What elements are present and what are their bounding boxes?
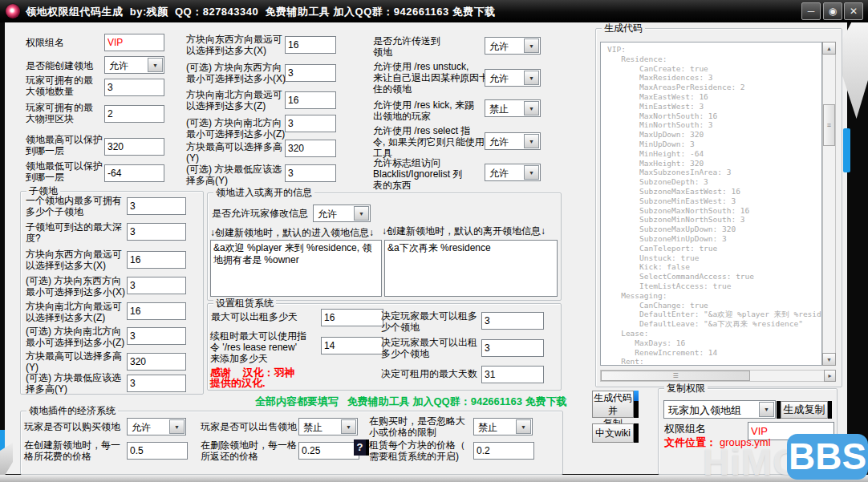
scroll-down-icon[interactable]: ▼ xyxy=(822,353,836,366)
generated-code-textarea[interactable]: VIP: Residence: CanCreate: true MaxResid… xyxy=(600,42,822,366)
itemlist-access-value: 允许 xyxy=(489,167,509,180)
itemlist-access-label: 允许标志组访问 Blacklist/Ignorelist 列 表的东西 xyxy=(373,157,462,191)
chevron-down-icon[interactable]: ▼ xyxy=(524,38,539,53)
refund-rate-input[interactable] xyxy=(298,442,359,460)
ignore-limits-label: 在购买时，是否忽略大 小或价格的限制 xyxy=(369,415,465,438)
group-name-input[interactable] xyxy=(104,34,164,51)
kick-select[interactable]: 禁止 ▼ xyxy=(485,99,541,117)
renew-increment-label: 续租时最大可以使用指 令 '/res lease renew' 来添加多少天 xyxy=(210,330,306,364)
max-physical-label: 玩家可拥有的最 大物理区块 xyxy=(26,102,93,124)
scroll-up-icon[interactable]: ▲ xyxy=(822,42,836,55)
code-vscroll-thumb[interactable]: ≡ xyxy=(823,104,835,146)
chevron-down-icon[interactable]: ▼ xyxy=(341,419,356,434)
max-days-input[interactable] xyxy=(321,309,383,326)
creation-cost-input[interactable] xyxy=(127,442,188,460)
can-sell-select[interactable]: 禁止 ▼ xyxy=(298,418,358,435)
enter-message-textarea[interactable]: &a欢迎 %player 来到 %residence, 领地拥有者是 %owne… xyxy=(210,240,382,297)
min-up-down-label: (可选) 方块最低应该选 择多高(Y) xyxy=(186,164,282,186)
watermark-bbs: BBS xyxy=(787,434,868,480)
can-create-label: 是否能创建领地 xyxy=(26,60,93,71)
code-hscroll-thumb[interactable]: ☰ xyxy=(601,371,750,381)
close-button[interactable]: ✕ xyxy=(844,2,863,20)
subzone-depth-input[interactable] xyxy=(127,223,186,241)
subzone-max-up-down-input[interactable] xyxy=(127,353,186,371)
can-buy-select[interactable]: 允许 ▼ xyxy=(127,418,186,435)
max-rentables-input[interactable] xyxy=(481,339,544,357)
renew-increment-input[interactable] xyxy=(321,337,383,354)
max-east-west-label: 方块向东西方向最远可 以选择到达多大(X) xyxy=(186,34,282,56)
chevron-down-icon[interactable]: ▼ xyxy=(148,58,163,72)
app-icon xyxy=(6,4,20,18)
unstuck-value: 允许 xyxy=(489,72,509,86)
copy-mode-select[interactable]: 玩家加入领地组 ▼ xyxy=(663,400,776,419)
unstuck-label: 允许使用 /res unstuck, 来让自己退出因某种原因卡 住的领地 xyxy=(373,61,489,95)
subzone-max-north-south-input[interactable] xyxy=(127,302,186,320)
itemlist-access-select[interactable]: 允许 ▼ xyxy=(485,164,541,181)
select-command-label: 允许使用 /res select 指 令, 如果关闭它则只能使用 工具 xyxy=(373,125,485,159)
min-up-down-input[interactable] xyxy=(285,164,336,182)
ignore-limits-value: 禁止 xyxy=(478,421,497,435)
can-teleport-select[interactable]: 允许 ▼ xyxy=(485,37,541,55)
can-create-select[interactable]: 允许 ▼ xyxy=(104,56,164,74)
min-north-south-input[interactable] xyxy=(285,115,336,132)
subzone-min-up-down-input[interactable] xyxy=(127,375,186,392)
min-protect-input[interactable] xyxy=(104,164,164,182)
chinese-wiki-button[interactable]: 中文wiki xyxy=(592,423,634,443)
kick-value: 禁止 xyxy=(489,103,509,116)
leave-message-header: ↓创建新领地时，默认的离开领地信息↓ xyxy=(382,225,546,237)
chevron-down-icon[interactable]: ▼ xyxy=(524,134,539,148)
group-name-label: 权限组名 xyxy=(26,37,64,48)
max-up-down-label: 方块最高可以选择多高 (Y) xyxy=(186,141,282,164)
min-protect-label: 领地最低可以保护 到哪一层 xyxy=(26,160,103,183)
chevron-down-icon[interactable]: ▼ xyxy=(759,402,774,417)
subzone-min-north-south-label: (可选) 方块向南北方向 最小可选择到达多小(Z) xyxy=(26,326,124,348)
max-protect-input[interactable] xyxy=(104,138,164,156)
max-rents-label: 决定玩家最大可以租多 少个领地 xyxy=(381,310,477,333)
creation-cost-label: 在创建新领地时，每一 格所花费的价格 xyxy=(24,439,120,462)
max-up-down-input[interactable] xyxy=(285,140,336,157)
window-title: 领地权限组代码生成 by:残颜 QQ：827843340 免费辅助工具 加入QQ… xyxy=(26,5,496,19)
watermark-himc: HiMC xyxy=(703,440,801,482)
generate-copy-button[interactable]: 生成复制 xyxy=(781,401,828,419)
can-create-value: 允许 xyxy=(109,59,128,73)
title-bar: 领地权限组代码生成 by:残颜 QQ：827843340 免费辅助工具 加入QQ… xyxy=(0,0,868,22)
min-east-west-input[interactable] xyxy=(285,64,336,82)
modify-message-label: 是否允许玩家修改信息 xyxy=(212,208,308,219)
messages-group-title: 领地进入或离开的信息 xyxy=(213,188,314,198)
leave-message-textarea[interactable]: &a下次再来 %residence xyxy=(384,240,558,297)
max-subzones-label: 一个领地内最多可拥有 多少个子领地 xyxy=(26,195,122,217)
window-frame-blue-accent xyxy=(843,128,850,172)
unstuck-select[interactable]: 允许 ▼ xyxy=(485,69,541,87)
chevron-down-icon[interactable]: ▼ xyxy=(169,419,185,434)
theme-button[interactable]: ◉ xyxy=(823,2,842,20)
code-vscrollbar[interactable] xyxy=(822,42,836,366)
chevron-down-icon[interactable]: ▼ xyxy=(524,165,539,180)
rent-cost-input[interactable] xyxy=(473,442,534,460)
subzone-max-up-down-label: 方块最高可以选择多高 (Y) xyxy=(26,350,122,373)
subzone-max-east-west-input[interactable] xyxy=(127,251,186,269)
max-rent-days-input[interactable] xyxy=(481,366,544,383)
max-north-south-input[interactable] xyxy=(285,91,336,109)
generate-and-copy-button[interactable]: 生成代码并 复制 xyxy=(592,391,634,418)
button-accent-bar xyxy=(634,423,639,443)
max-residences-input[interactable] xyxy=(104,79,164,96)
perm-group-name-label: 权限组名 xyxy=(664,423,706,435)
button-accent-bar xyxy=(828,401,832,419)
chevron-down-icon[interactable]: ▼ xyxy=(354,206,369,221)
max-east-west-input[interactable] xyxy=(285,36,336,54)
chevron-down-icon[interactable]: ▼ xyxy=(516,419,531,434)
max-subzones-input[interactable] xyxy=(127,197,186,215)
max-physical-input[interactable] xyxy=(104,105,164,123)
max-residences-label: 玩家可拥有的最 大领地数量 xyxy=(26,75,93,97)
max-rents-input[interactable] xyxy=(481,312,544,330)
chevron-down-icon[interactable]: ▼ xyxy=(524,101,539,115)
minimize-button[interactable]: ─ xyxy=(801,2,821,20)
chevron-down-icon[interactable]: ▼ xyxy=(524,71,539,85)
scroll-right-icon[interactable]: ▸ xyxy=(824,370,836,382)
subzone-min-north-south-input[interactable] xyxy=(127,327,186,345)
modify-message-select[interactable]: 允许 ▼ xyxy=(313,205,371,222)
subzone-min-east-west-input[interactable] xyxy=(127,277,186,294)
select-command-select[interactable]: 允许 ▼ xyxy=(485,132,541,150)
help-icon: ? xyxy=(354,439,369,456)
ignore-limits-select[interactable]: 禁止 ▼ xyxy=(473,418,533,435)
